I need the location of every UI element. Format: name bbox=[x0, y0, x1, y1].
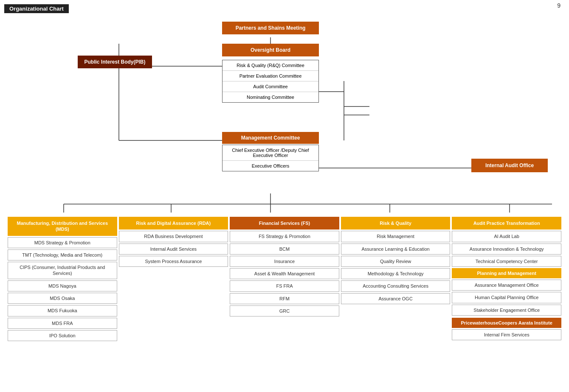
page-number: 9 bbox=[557, 2, 561, 9]
list-item: CIPS (Consumer, Industrial Products and … bbox=[8, 262, 117, 279]
partners-meeting-box: Partners and Shains Meeting bbox=[222, 22, 319, 34]
exec-officers-box: Executive Officers bbox=[223, 161, 318, 171]
list-item: Assurance Management Office bbox=[452, 280, 561, 291]
pib-box: Public Interest Body(PIB) bbox=[78, 56, 152, 68]
pwc-aarata-header: PricewaterhouseCoopers Aarata Institute bbox=[452, 318, 561, 328]
list-item: IPO Solution bbox=[8, 330, 117, 341]
list-item: RFM bbox=[230, 293, 339, 304]
list-item: Internal Firm Services bbox=[452, 329, 561, 340]
list-item: Stakeholder Engagement Office bbox=[452, 305, 561, 316]
title-bar: Organizational Chart bbox=[4, 4, 69, 13]
page: Organizational Chart 9 bbox=[0, 0, 569, 392]
ceo-box: Chief Executive Officer /Deputy Chief Ex… bbox=[223, 145, 318, 161]
list-item: MDS Nagoya bbox=[8, 280, 117, 291]
internal-audit-office-box: Internal Audit Office bbox=[471, 159, 548, 172]
list-item: FS FRA bbox=[230, 280, 339, 291]
list-item: System Process Assurance bbox=[119, 256, 228, 267]
list-item: BCM bbox=[230, 244, 339, 255]
management-committee-box: Management Committee bbox=[222, 132, 319, 144]
list-item: MDS FRA bbox=[8, 318, 117, 329]
list-item: MDS Strategy & Promotion bbox=[8, 237, 117, 248]
oversight-board-box: Oversight Board bbox=[222, 44, 319, 56]
list-item: AI Audit Lab bbox=[452, 231, 561, 242]
audit-committee: Audit Committee bbox=[223, 81, 318, 92]
col-apt: Audit Practice Transformation AI Audit L… bbox=[452, 217, 561, 340]
bottom-section: Manufacturing, Distribution and Services… bbox=[4, 217, 565, 341]
list-item: Risk Management bbox=[341, 231, 451, 242]
list-item: Methodology & Technology bbox=[341, 268, 451, 279]
list-item: RDA Business Development bbox=[119, 231, 228, 242]
list-item: MDS Osaka bbox=[8, 293, 117, 304]
management-sub-block: Chief Executive Officer /Deputy Chief Ex… bbox=[222, 145, 319, 171]
col-fs: Financial Services (FS) FS Strategy & Pr… bbox=[230, 217, 339, 316]
list-item: Quality Review bbox=[341, 256, 451, 267]
planning-mgmt-header: Planning and Management bbox=[452, 268, 561, 278]
list-item: Asset & Wealth Management bbox=[230, 268, 339, 279]
list-item: TMT (Technology, Media and Telecom) bbox=[8, 249, 117, 260]
list-item: Assurance OGC bbox=[341, 293, 451, 304]
list-item: Insurance bbox=[230, 256, 339, 267]
list-item: GRC bbox=[230, 305, 339, 316]
list-item: Human Capital Planning Office bbox=[452, 292, 561, 303]
committees-block: Risk & Quality (R&Q) Committee Partner E… bbox=[222, 60, 319, 103]
list-item: Accounting Consulting Services bbox=[341, 280, 451, 291]
list-item: MDS Fukuoka bbox=[8, 305, 117, 316]
nominating-committee: Nominating Committee bbox=[223, 92, 318, 102]
list-item: Assurance Learning & Education bbox=[341, 244, 451, 255]
list-item: Assurance Innovation & Technology bbox=[452, 244, 561, 255]
col-mds: Manufacturing, Distribution and Services… bbox=[8, 217, 117, 341]
partner-eval-committee: Partner Evaluation Committee bbox=[223, 71, 318, 81]
list-item: FS Strategy & Promotion bbox=[230, 231, 339, 242]
rq-committee: Risk & Quality (R&Q) Committee bbox=[223, 60, 318, 71]
list-item: Technical Competency Center bbox=[452, 256, 561, 267]
col-rq: Risk & Quality Risk Management Assurance… bbox=[341, 217, 451, 304]
list-item: Internal Audit Services bbox=[119, 244, 228, 255]
